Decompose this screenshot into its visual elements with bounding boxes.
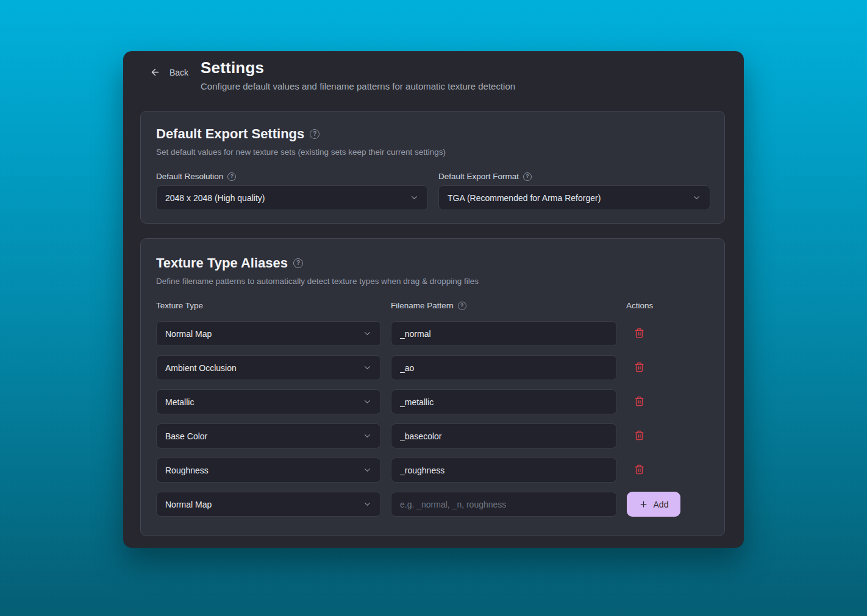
trash-icon xyxy=(634,327,644,341)
help-icon[interactable]: ? xyxy=(293,258,303,268)
filename-pattern-input[interactable] xyxy=(391,389,617,414)
add-button-label: Add xyxy=(654,500,669,509)
default-export-format-value: TGA (Recommended for Arma Reforger) xyxy=(448,193,601,203)
alias-row: Roughness xyxy=(156,458,710,483)
new-alias-pattern-input[interactable] xyxy=(391,492,617,517)
export-settings-title: Default Export Settings xyxy=(156,126,304,143)
default-export-format-label: Default Export Format ? xyxy=(438,172,532,181)
chevron-down-icon xyxy=(363,363,372,372)
default-resolution-field: Default Resolution ? 2048 x 2048 (High q… xyxy=(156,171,428,210)
settings-panel: Back Settings Configure default values a… xyxy=(123,51,744,548)
filename-pattern-input[interactable] xyxy=(391,355,617,380)
chevron-down-icon xyxy=(363,329,372,338)
filename-pattern-input[interactable] xyxy=(391,458,617,483)
chevron-down-icon xyxy=(410,193,419,202)
chevron-down-icon xyxy=(363,431,372,441)
trash-icon xyxy=(634,395,644,409)
chevron-down-icon xyxy=(363,500,372,509)
arrow-left-icon xyxy=(150,67,160,77)
export-settings-subtitle: Set default values for new texture sets … xyxy=(156,147,446,158)
default-export-settings-section: Default Export Settings ? Set default va… xyxy=(140,111,725,224)
aliases-rows: Normal Map Ambient Occlusion xyxy=(156,321,710,517)
texture-type-select[interactable]: Base Color xyxy=(156,423,381,448)
default-resolution-value: 2048 x 2048 (High quality) xyxy=(165,193,265,203)
filename-pattern-input[interactable] xyxy=(391,423,617,448)
page-subtitle: Configure default values and filename pa… xyxy=(201,80,515,93)
new-alias-row: Normal Map Add xyxy=(156,492,710,517)
chevron-down-icon xyxy=(363,466,372,475)
aliases-subtitle: Define filename patterns to automaticall… xyxy=(156,276,479,287)
column-header-filename-pattern: Filename Pattern ? xyxy=(391,301,466,310)
trash-icon xyxy=(634,361,644,375)
default-export-format-select[interactable]: TGA (Recommended for Arma Reforger) xyxy=(438,185,710,210)
delete-alias-button[interactable] xyxy=(632,361,646,375)
texture-type-select[interactable]: Ambient Occlusion xyxy=(156,355,381,380)
back-button-label: Back xyxy=(169,68,188,77)
texture-type-select[interactable]: Roughness xyxy=(156,458,381,483)
help-icon[interactable]: ? xyxy=(227,172,236,181)
delete-alias-button[interactable] xyxy=(632,429,646,444)
delete-alias-button[interactable] xyxy=(632,327,646,341)
page-title: Settings xyxy=(201,57,515,78)
aliases-title: Texture Type Aliases xyxy=(156,255,288,272)
alias-row: Base Color xyxy=(156,423,710,448)
delete-alias-button[interactable] xyxy=(632,395,646,409)
default-export-format-field: Default Export Format ? TGA (Recommended… xyxy=(438,171,710,210)
alias-row: Normal Map xyxy=(156,321,710,346)
alias-row: Ambient Occlusion xyxy=(156,355,710,380)
default-resolution-label: Default Resolution ? xyxy=(156,172,236,181)
chevron-down-icon xyxy=(692,193,701,202)
alias-row: Metallic xyxy=(156,389,710,414)
help-icon[interactable]: ? xyxy=(523,172,532,181)
trash-icon xyxy=(634,464,644,477)
delete-alias-button[interactable] xyxy=(632,463,646,478)
trash-icon xyxy=(634,430,644,443)
add-alias-button[interactable]: Add xyxy=(627,492,680,517)
texture-type-select[interactable]: Normal Map xyxy=(156,321,381,346)
help-icon[interactable]: ? xyxy=(310,129,319,139)
header: Settings Configure default values and fi… xyxy=(201,57,515,93)
texture-type-select[interactable]: Metallic xyxy=(156,389,381,414)
help-icon[interactable]: ? xyxy=(458,302,466,310)
column-header-actions: Actions xyxy=(626,301,653,310)
back-button[interactable]: Back xyxy=(150,67,188,77)
texture-type-aliases-section: Texture Type Aliases ? Define filename p… xyxy=(140,238,725,536)
filename-pattern-input[interactable] xyxy=(391,321,617,346)
plus-icon xyxy=(639,500,648,509)
column-header-texture-type: Texture Type xyxy=(156,301,203,310)
chevron-down-icon xyxy=(363,397,372,406)
new-alias-type-select[interactable]: Normal Map xyxy=(156,492,381,517)
default-resolution-select[interactable]: 2048 x 2048 (High quality) xyxy=(156,185,428,210)
